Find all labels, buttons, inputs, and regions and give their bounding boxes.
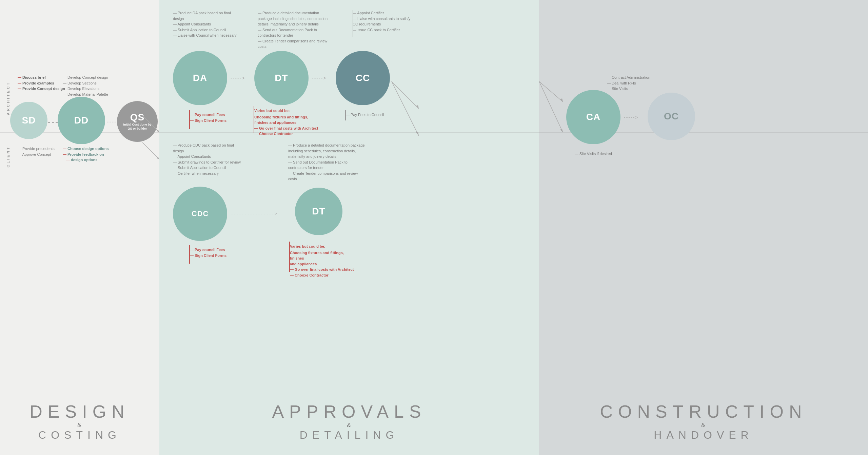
cc-tick (345, 110, 349, 120)
construction-sublabel: HANDOVER (546, 429, 861, 441)
oc-circle: OC (648, 93, 695, 140)
design-footer: DESIGN & COSTING (0, 391, 159, 455)
cc-circle: CC (336, 51, 390, 105)
da-architect-text: Produce DA pack based on final design Ap… (173, 10, 241, 38)
da-client-text: Pay council Fees Sign Client Forms (190, 112, 244, 123)
arrow-cdc-dt2: ----------------> (231, 211, 278, 216)
sd-circle: SD (10, 102, 47, 139)
dd-architect-text: Develop Concept design Develop Sections … (63, 75, 108, 97)
svg-line-2 (142, 143, 159, 159)
dt2-client-tick (289, 242, 293, 272)
construction-title: CONSTRUCTION (546, 401, 861, 422)
arrow-da-dt: -----> (231, 75, 245, 81)
svg-line-8 (539, 81, 563, 132)
da-circle: DA (173, 51, 227, 105)
construction-architect-text: Contract Administration Deal with RFIs S… (607, 75, 675, 92)
da-tick (189, 110, 193, 129)
dt2-architect-text: Produce a detailed documentation package… (288, 143, 366, 182)
approvals-amp: & (166, 422, 532, 429)
client-role-label: CLIENT (6, 146, 10, 168)
cc-diag-arrow (392, 81, 426, 151)
dd-label: DD (74, 115, 88, 126)
svg-marker-7 (416, 105, 419, 109)
cc-label: CC (356, 73, 370, 83)
approvals-sublabel: DETAILING (166, 429, 532, 441)
svg-line-10 (539, 81, 563, 102)
dt-bot-circle: DT (295, 188, 342, 235)
sd-label: SD (22, 115, 36, 126)
construction-section: Contract Administration Deal with RFIs S… (539, 0, 868, 455)
architect-role-label: ARCHITECT (6, 81, 10, 115)
dt-top-circle: DT (254, 51, 309, 105)
dt-architect-text: Produce a detailed documentation package… (258, 10, 332, 50)
cdc-label: CDC (192, 209, 209, 218)
oc-label: OC (664, 111, 679, 122)
approvals-title: APPROVALS (166, 401, 532, 422)
sd-architect-text: Discuss brief Provide examples Provide C… (18, 75, 65, 92)
arrow-ca-oc: -----> (624, 115, 639, 120)
construction-amp: & (546, 422, 861, 429)
design-title: DESIGN (7, 401, 153, 422)
svg-marker-9 (560, 129, 563, 132)
dt-bot-label: DT (312, 206, 325, 217)
da-label: DA (193, 73, 207, 83)
svg-marker-5 (416, 132, 419, 136)
construction-client-text: Site Visits if desired (575, 151, 643, 157)
cdc-tick (189, 245, 193, 264)
ca-circle: CA (566, 90, 620, 144)
dt-client-text: Varies but could be: Choosing fixtures a… (254, 108, 322, 137)
dt2-client-text: Varies but could be: Choosing fixtures a… (290, 244, 358, 278)
ca-label: CA (586, 112, 600, 122)
cdc-architect-text: Produce CDC pack based on final design A… (173, 143, 244, 176)
construction-footer: CONSTRUCTION & HANDOVER (539, 391, 868, 455)
svg-line-0 (142, 115, 159, 132)
dt-top-label: DT (275, 73, 288, 83)
cc-architect-text: Appoint Certifier Liaise with consultant… (353, 10, 414, 33)
design-sublabel: COSTING (7, 429, 153, 441)
cdc-circle: CDC (173, 187, 227, 241)
approvals-diagram: Produce DA pack based on final design Ap… (159, 0, 539, 391)
design-diagram: ARCHITECT CLIENT SD -----> DD -----> QS … (0, 0, 159, 391)
design-amp: & (7, 422, 153, 429)
svg-line-4 (392, 81, 419, 136)
dd-client-text: Choose design options Provide feedback o… (63, 146, 109, 163)
hdivider-approvals (159, 132, 539, 133)
design-section: ARCHITECT CLIENT SD -----> DD -----> QS … (0, 0, 159, 455)
dt-tick (254, 106, 257, 133)
arrow-dt-cc: -----> (312, 75, 327, 81)
cdc-client-text: Pay council Fees Sign Client Forms (190, 247, 244, 258)
sd-client-text: Provide precedents Approve Concept (18, 146, 55, 157)
svg-line-6 (392, 81, 419, 109)
dd-circle: DD (58, 97, 105, 144)
approvals-section: Produce DA pack based on final design Ap… (159, 0, 539, 455)
construction-diagram: Contract Administration Deal with RFIs S… (539, 0, 868, 391)
const-diag-arrow (539, 81, 566, 137)
approvals-footer: APPROVALS & DETAILING (159, 391, 539, 455)
cc-arch-tick (353, 10, 356, 37)
